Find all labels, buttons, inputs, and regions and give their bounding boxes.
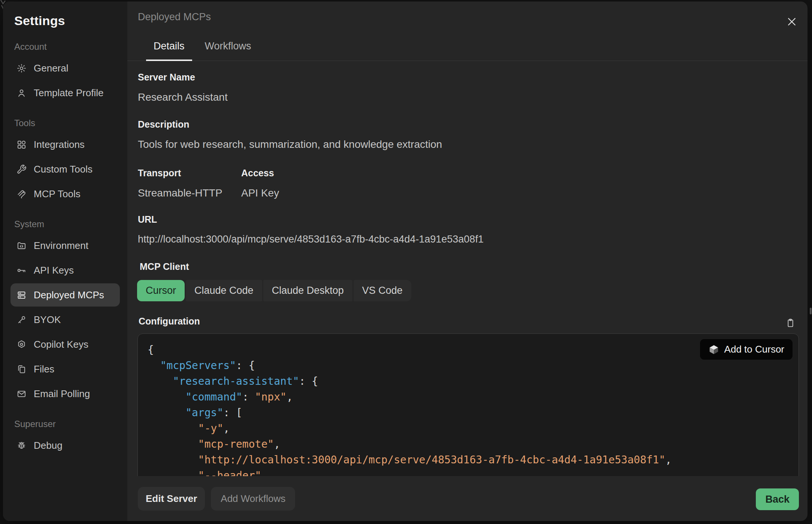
settings-title: Settings <box>14 13 116 28</box>
sidebar-item-custom-tools[interactable]: Custom Tools <box>10 158 120 181</box>
configuration-code-block: { "mcpServers": { "research-assistant": … <box>137 333 799 476</box>
cursor-logo-icon <box>708 344 719 355</box>
mcp-client-label: MCP Client <box>140 261 189 272</box>
url-label: URL <box>138 214 157 225</box>
panel-title: Deployed MCPs <box>138 11 211 23</box>
clipboard-icon <box>785 318 796 328</box>
server-name-value: Research Assistant <box>138 91 228 103</box>
sidebar-item-label: Environment <box>34 240 88 252</box>
mcp-tools-icon <box>16 189 27 199</box>
sidebar-item-label: API Keys <box>34 265 74 276</box>
key-icon <box>16 265 27 275</box>
sidebar-item-label: General <box>34 63 69 74</box>
close-icon <box>786 16 797 27</box>
sidebar-item-files[interactable]: Files <box>10 357 120 381</box>
sidebar-item-label: MCP Tools <box>34 188 81 200</box>
sidebar-item-general[interactable]: General <box>10 57 120 80</box>
integrations-icon <box>16 140 27 150</box>
section-header-tools: Tools <box>14 118 116 128</box>
sidebar-item-label: Integrations <box>34 139 85 150</box>
client-option-cursor[interactable]: Cursor <box>137 280 185 301</box>
sidebar-item-copilot-keys[interactable]: Copilot Keys <box>10 333 120 356</box>
sidebar-item-label: BYOK <box>34 314 61 326</box>
add-workflows-button[interactable]: Add Workflows <box>211 487 295 511</box>
back-button[interactable]: Back <box>756 488 799 510</box>
footer-actions: Edit Server Add Workflows <box>138 487 295 511</box>
description-value: Tools for web research, summarization, a… <box>138 138 442 150</box>
add-to-cursor-button[interactable]: Add to Cursor <box>700 339 793 360</box>
client-option-vs-code[interactable]: VS Code <box>354 280 411 301</box>
deployed-mcps-panel: Deployed MCPs Details Workflows Server N… <box>127 1 808 521</box>
edit-server-button[interactable]: Edit Server <box>138 487 205 511</box>
hexagon-nut-icon <box>16 339 27 350</box>
copy-config-button[interactable] <box>784 316 797 329</box>
sidebar-item-email-polling[interactable]: Email Polling <box>10 382 120 405</box>
sidebar-item-debug[interactable]: Debug <box>10 434 120 457</box>
sidebar-item-label: Debug <box>34 440 63 451</box>
transport-label: Transport <box>138 168 181 179</box>
mcp-client-selector: Cursor Claude Code Claude Desktop VS Cod… <box>137 280 411 301</box>
sidebar-item-label: Files <box>34 363 54 375</box>
wrench-icon <box>16 164 27 174</box>
sidebar-item-label: Deployed MCPs <box>34 289 104 301</box>
user-icon <box>16 88 27 98</box>
sidebar-item-label: Custom Tools <box>34 164 93 175</box>
sidebar-item-template-profile[interactable]: Template Profile <box>10 81 120 104</box>
settings-dialog: Settings Account General Template Profil… <box>3 1 808 521</box>
section-header-account: Account <box>14 42 116 52</box>
sidebar-item-deployed-mcps[interactable]: Deployed MCPs <box>10 283 120 307</box>
client-option-claude-desktop[interactable]: Claude Desktop <box>263 280 352 301</box>
folder-code-icon <box>16 241 27 251</box>
tabbar: Details Workflows <box>127 38 808 61</box>
tab-workflows[interactable]: Workflows <box>197 38 259 61</box>
page-scrollbar-thumb[interactable] <box>810 308 812 314</box>
sidebar-item-label: Copilot Keys <box>34 339 88 350</box>
server-icon <box>16 290 27 300</box>
sidebar-item-label: Template Profile <box>34 87 103 99</box>
section-header-superuser: Superuser <box>14 419 116 429</box>
settings-sidebar: Settings Account General Template Profil… <box>3 1 127 521</box>
url-value: http://localhost:3000/api/mcp/serve/4853… <box>138 234 484 245</box>
config-code[interactable]: { "mcpServers": { "research-assistant": … <box>148 342 789 476</box>
files-icon <box>16 364 27 374</box>
client-option-claude-code[interactable]: Claude Code <box>186 280 262 301</box>
gear-icon <box>16 63 27 73</box>
section-header-system: System <box>14 219 116 229</box>
sidebar-item-byok[interactable]: BYOK <box>10 308 120 331</box>
key-diagonal-icon <box>16 315 27 325</box>
code-box: { "mcpServers": { "research-assistant": … <box>137 333 799 476</box>
mail-icon <box>16 389 27 399</box>
sidebar-item-integrations[interactable]: Integrations <box>10 133 120 156</box>
access-label: Access <box>241 168 274 179</box>
sidebar-item-api-keys[interactable]: API Keys <box>10 259 120 282</box>
sidebar-item-label: Email Polling <box>34 388 90 400</box>
sidebar-item-environment[interactable]: Environment <box>10 234 120 257</box>
server-name-label: Server Name <box>138 72 195 83</box>
transport-value: Streamable-HTTP <box>138 187 222 199</box>
description-label: Description <box>138 119 190 130</box>
access-value: API Key <box>241 187 279 199</box>
configuration-label: Configuration <box>139 316 200 327</box>
add-to-cursor-label: Add to Cursor <box>724 344 784 355</box>
close-button[interactable] <box>784 14 799 29</box>
sidebar-item-mcp-tools[interactable]: MCP Tools <box>10 182 120 205</box>
tab-details[interactable]: Details <box>146 38 192 61</box>
bug-icon <box>16 441 27 451</box>
